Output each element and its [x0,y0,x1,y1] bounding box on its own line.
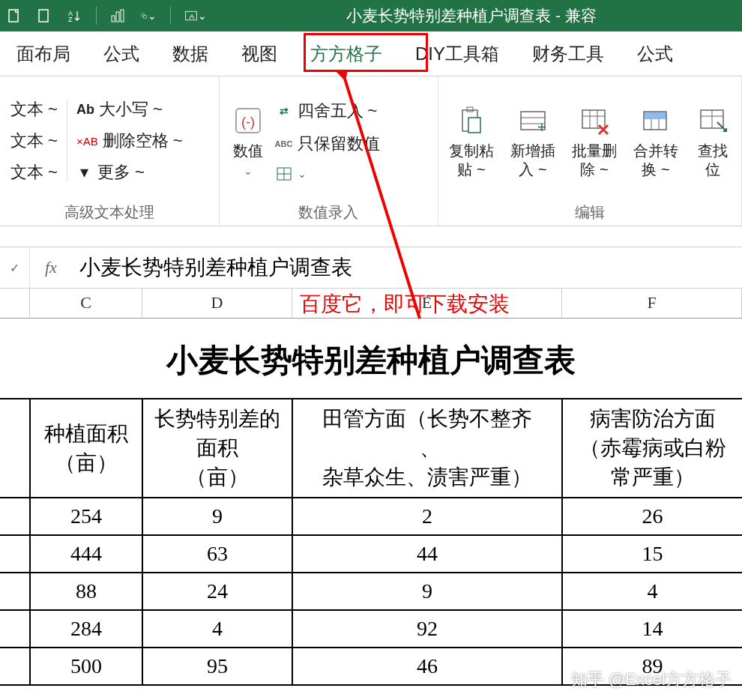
table-row: 28449214 [0,610,742,648]
th-bad-area: 长势特别差的 面积 （亩） [142,399,292,498]
group-text-label: 高级文本处理 [10,198,208,223]
batch-delete-btn[interactable]: 批量删 除 ~ [572,103,617,179]
col-c[interactable]: C [30,289,142,318]
table-row: 882494 [0,573,742,610]
numeric-big-btn[interactable]: (-) 数值⌄ [230,103,266,179]
th-disease: 病害防治方面 （赤霉病或白粉 常严重） [562,399,742,498]
delete-space-btn[interactable]: ×AB删除空格 ~ [76,130,183,152]
svg-rect-23 [582,110,605,128]
window-title: 小麦长势特别差种植户调查表 - 兼容 [207,5,736,26]
th-field-mgmt: 田管方面（长势不整齐 、 杂草众生、渍害严重） [292,399,562,498]
new-insert-btn[interactable]: + 新增插 入 ~ [510,103,555,179]
svg-rect-8 [144,16,147,19]
case-btn[interactable]: Ab大小写 ~ [76,98,183,121]
col-d[interactable]: D [142,289,292,318]
formula-bar: ✓ fx [0,247,742,289]
svg-text:Z: Z [68,16,73,23]
tab-finance-tools[interactable]: 财务工具 [516,31,621,76]
group-edit-label: 编辑 [449,198,731,223]
text-btn-2[interactable]: 文本 ~ [10,130,58,152]
row-corner[interactable] [0,289,30,318]
qat-shape-icon[interactable]: ⌄ [140,7,157,24]
watermark: 知乎 @Excel方方格子 [571,669,732,691]
svg-rect-18 [468,118,480,133]
svg-text:+: + [537,119,546,136]
merge-convert-btn[interactable]: 合并转 换 ~ [633,103,678,179]
ribbon: 文本 ~ 文本 ~ 文本 ~ Ab大小写 ~ ×AB删除空格 ~ ▾更多 ~ 高… [0,76,742,226]
quick-access-toolbar: AZ ⌄ A⌄ [6,7,207,25]
titlebar: AZ ⌄ A⌄ 小麦长势特别差种植户调查表 - 兼容 [0,0,742,31]
tab-page-layout[interactable]: 面布局 [0,31,87,76]
column-headers: C D E F 百度它，即可下载安装 [0,289,742,319]
svg-text:A: A [190,12,195,20]
tab-view[interactable]: 视图 [225,31,294,76]
text-btn-3[interactable]: 文本 ~ [10,161,58,184]
tab-formulas[interactable]: 公式 [87,31,156,76]
ribbon-tabs: 面布局 公式 数据 视图 方方格子 DIY工具箱 财务工具 公式 [0,31,742,76]
fx-label[interactable]: fx [30,258,72,277]
annotation-text: 百度它，即可下载安装 [300,290,510,319]
qat-sort-icon[interactable]: AZ [66,7,82,24]
formula-input[interactable] [72,256,742,280]
svg-text:(-): (-) [241,115,255,130]
numeric-extra-btn[interactable]: ⌄ [275,166,380,182]
svg-rect-28 [644,112,666,119]
keep-numeric-btn[interactable]: ABC只保留数值 [275,133,380,155]
qat-textbox-icon[interactable]: A⌄ [184,7,207,24]
svg-point-7 [141,13,145,17]
sheet-title: 小麦长势特别差种植户调查表 [0,319,742,398]
round-btn[interactable]: ⇄四舍五入 ~ [275,100,380,122]
col-f[interactable]: F [562,289,742,318]
qat-chart-icon[interactable] [110,7,127,24]
text-btn-1[interactable]: 文本 ~ [10,98,58,121]
tab-fangfanggezi[interactable]: 方方格子 [294,31,399,76]
table-row: 444634415 [0,535,742,573]
more-btn[interactable]: ▾更多 ~ [76,161,183,184]
svg-rect-1 [39,10,48,22]
th-area: 种植面积 （亩） [30,399,142,498]
svg-rect-5 [116,12,119,22]
svg-rect-4 [112,16,115,22]
fx-check-icon[interactable]: ✓ [0,247,30,288]
find-position-btn[interactable]: 查找 位 [695,103,731,179]
tab-diy-toolbox[interactable]: DIY工具箱 [399,31,516,76]
group-numeric-label: 数值录入 [230,198,428,223]
svg-rect-6 [121,10,124,22]
qat-new-icon[interactable] [6,7,22,24]
table-row: 2549226 [0,498,742,535]
data-table: 种植面积 （亩） 长势特别差的 面积 （亩） 田管方面（长势不整齐 、 杂草众生… [0,398,742,686]
copy-paste-btn[interactable]: 复制粘 贴 ~ [449,103,494,179]
svg-rect-17 [467,107,473,112]
qat-page-icon[interactable] [36,7,52,24]
tab-formulas-2[interactable]: 公式 [621,31,690,76]
tab-data[interactable]: 数据 [156,31,225,76]
